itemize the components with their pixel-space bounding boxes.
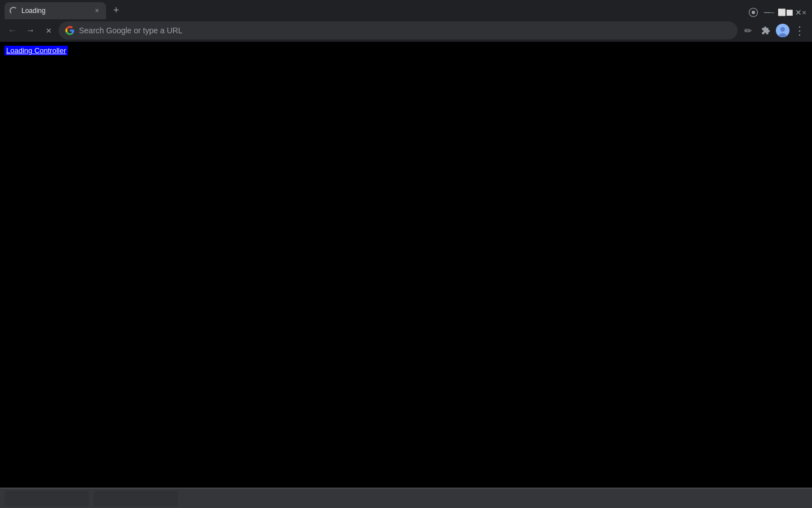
bottom-bar-item-1[interactable] (5, 491, 89, 506)
google-favicon-icon (65, 26, 74, 35)
address-favicon (65, 26, 74, 35)
loading-spinner-icon (10, 7, 17, 15)
reload-button[interactable]: ✕ (41, 23, 56, 38)
loading-controller-link[interactable]: Loading Controller (5, 46, 68, 55)
bottom-bar (0, 488, 812, 508)
address-bar[interactable]: Search Google or type a URL (59, 21, 738, 40)
page-content: Loading Controller (0, 42, 812, 508)
avatar-image (776, 24, 789, 37)
browser-chrome: Loading × + ─ ⬜ ✕ ← (0, 0, 812, 42)
cast-icon[interactable] (747, 6, 760, 19)
new-tab-button[interactable]: + (108, 2, 124, 18)
toolbar-right: ✏ ⋮ (740, 23, 807, 38)
maximize-button[interactable]: ⬜ (778, 6, 792, 19)
tab-close-button[interactable]: × (92, 6, 102, 15)
address-text: Search Google or type a URL (79, 26, 731, 35)
svg-point-1 (752, 11, 755, 14)
tab-title: Loading (21, 7, 89, 15)
minimize-button[interactable]: ─ (762, 6, 776, 19)
pen-button[interactable]: ✏ (740, 23, 756, 38)
toolbar: ← → ✕ Search Google or type a URL (0, 19, 812, 42)
svg-point-3 (780, 27, 785, 32)
menu-button[interactable]: ⋮ (792, 23, 807, 38)
close-button[interactable]: ✕ (794, 6, 807, 19)
window-controls: ─ ⬜ ✕ (124, 6, 812, 19)
active-tab[interactable]: Loading × (5, 2, 106, 19)
profile-avatar[interactable] (776, 24, 789, 37)
tab-favicon (9, 6, 18, 15)
tab-bar: Loading × + ─ ⬜ ✕ (0, 0, 812, 19)
extensions-button[interactable] (758, 23, 774, 38)
forward-button[interactable]: → (23, 23, 38, 38)
puzzle-icon (761, 26, 770, 35)
bottom-bar-item-2[interactable] (94, 491, 178, 506)
back-button[interactable]: ← (5, 23, 20, 38)
